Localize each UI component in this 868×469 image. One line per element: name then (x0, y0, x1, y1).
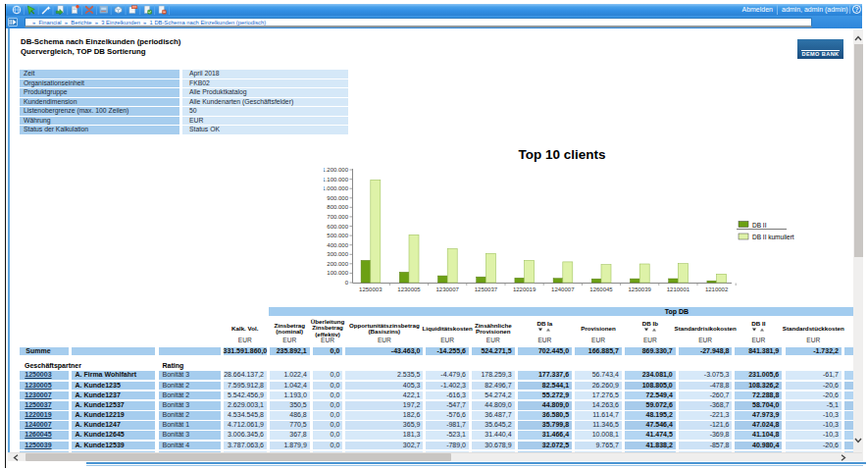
svg-text:?: ? (855, 6, 859, 13)
svg-text:1250003: 1250003 (359, 287, 383, 292)
svg-text:DB II: DB II (752, 222, 767, 229)
svg-text:1.200.000: 1.200.000 (324, 167, 349, 173)
svg-text:1240007: 1240007 (551, 287, 575, 292)
svg-text:1250037: 1250037 (475, 287, 498, 292)
svg-text:1.000.000: 1.000.000 (324, 185, 349, 191)
svg-text:1220019: 1220019 (513, 287, 536, 292)
svg-text:500.000: 500.000 (327, 233, 348, 238)
svg-text:0: 0 (345, 280, 349, 286)
svg-text:1.100.000: 1.100.000 (324, 177, 349, 182)
svg-text:1230005: 1230005 (397, 287, 421, 292)
svg-text:600.000: 600.000 (327, 224, 348, 230)
svg-text:1210002: 1210002 (705, 287, 729, 292)
svg-text:700.000: 700.000 (327, 214, 348, 220)
svg-text:1260045: 1260045 (589, 287, 613, 292)
svg-text:1230007: 1230007 (436, 287, 460, 292)
svg-text:200.000: 200.000 (327, 261, 348, 267)
svg-text:1210001: 1210001 (667, 287, 690, 292)
svg-text:1250039: 1250039 (629, 287, 652, 292)
svg-text:DB II kumuliert: DB II kumuliert (752, 234, 794, 240)
svg-text:100.000: 100.000 (327, 270, 348, 276)
svg-text:400.000: 400.000 (327, 242, 348, 248)
svg-text:300.000: 300.000 (327, 251, 348, 257)
svg-text:800.000: 800.000 (327, 204, 348, 210)
svg-text:900.000: 900.000 (327, 195, 348, 201)
svg-text:Top 10 clients: Top 10 clients (518, 147, 605, 162)
